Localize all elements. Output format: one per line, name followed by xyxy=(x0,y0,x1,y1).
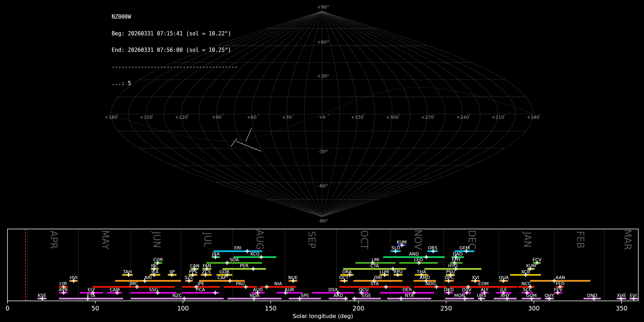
shower-label-PCA: PCA xyxy=(196,287,205,292)
shower-bar-AUR xyxy=(277,292,302,294)
shower-bar-SPE xyxy=(289,298,321,299)
shower-bar-PAU xyxy=(224,286,257,288)
shower-label-STA: STA xyxy=(371,281,379,286)
peak-marker-PCA xyxy=(213,291,217,295)
shower-label-DSX: DSX xyxy=(328,287,338,292)
shower-label-CAM: CAM xyxy=(110,287,120,292)
shower-label-GEM: GEM xyxy=(459,245,469,250)
shower-label-DPC: DPC xyxy=(445,275,454,280)
shower-label-ARI: ARI xyxy=(144,275,152,280)
shower-bar-CAM xyxy=(107,292,122,294)
shower-bar-DSX xyxy=(312,292,354,294)
shower-label-EHY: EHY xyxy=(452,257,461,262)
shower-label-AUR: AUR xyxy=(285,287,294,292)
shower-label-PAU: PAU xyxy=(236,281,245,286)
month-label: AUG xyxy=(254,230,265,250)
shower-label-ELY: ELY xyxy=(88,287,95,292)
shower-label-ARD: ARD xyxy=(333,293,343,298)
month-label: APR xyxy=(48,230,59,249)
month-label: JUN xyxy=(151,231,162,248)
shower-label-NDA: NDA xyxy=(250,293,260,298)
app-window: NZ000W Beg: 20260331 07:15:41 (sol = 10.… xyxy=(0,0,644,322)
month-label: OCT xyxy=(359,230,370,250)
peak-marker-EGE xyxy=(353,297,357,301)
tick-label: 200 xyxy=(353,305,364,312)
shower-label-SPE: SPE xyxy=(301,293,309,298)
shower-label-OCT: OCT xyxy=(339,275,349,280)
shower-label-DNO: DNO xyxy=(587,293,597,298)
shower-label-CTA: CTA xyxy=(370,263,379,268)
shower-bar-ETA xyxy=(59,298,123,299)
shower-bar-STA xyxy=(339,286,410,288)
shower-label-MON: MON xyxy=(454,293,465,298)
tick-label: 50 xyxy=(91,305,99,312)
tick-label: 300 xyxy=(528,305,540,312)
peak-marker-KCG xyxy=(259,255,263,259)
shower-label-ORI: ORI xyxy=(374,275,382,280)
month-label: SEP xyxy=(306,231,317,249)
peak-marker-NIA xyxy=(265,285,269,289)
activity-timeline-chart: APRMAYJUNJULAUGSEPOCTNOVDECJANFEBMARERIS… xyxy=(0,0,644,322)
shower-label-OCU: OCU xyxy=(358,287,369,292)
shower-bar-MON xyxy=(445,298,474,299)
shower-label-CAP: CAP xyxy=(218,275,226,280)
shower-label-ORS: ORS xyxy=(428,245,438,250)
shower-label-AMO: AMO xyxy=(420,275,430,280)
shower-label-SSG: SSG xyxy=(149,287,158,292)
shower-label-ERI: ERI xyxy=(234,245,241,250)
shower-label-JPE: JPE xyxy=(197,281,204,286)
shower-bar-NZC xyxy=(131,298,224,299)
shower-bar-NTA xyxy=(387,298,431,299)
month-label: JAN xyxy=(522,231,533,248)
tick-label: 150 xyxy=(265,305,276,312)
month-label: FEB xyxy=(575,231,586,248)
peak-marker-CAP xyxy=(228,279,232,283)
shower-label-GDR: GDR xyxy=(219,269,229,274)
shower-label-DAD: DAD xyxy=(453,251,463,257)
month-label: JUL xyxy=(202,231,213,247)
shower-label-AHY: AHY xyxy=(501,293,510,298)
shower-label-COM: COM xyxy=(478,281,489,286)
month-label: NOV xyxy=(413,229,423,250)
shower-bar-SSG xyxy=(131,292,176,294)
shower-bar-KCG xyxy=(234,256,276,258)
tick-label: 250 xyxy=(440,305,452,312)
shower-label-NIA: NIA xyxy=(274,281,282,286)
shower-label-DRA: DRA xyxy=(342,269,352,274)
shower-bar-SDA xyxy=(206,262,262,264)
shower-bar-ARI xyxy=(115,280,181,282)
peak-marker-ERI xyxy=(245,249,249,253)
peak-marker-AND xyxy=(424,255,428,259)
shower-label-URS: URS xyxy=(477,293,486,298)
shower-label-XUM: XUM xyxy=(526,263,536,268)
peak-marker-PER xyxy=(251,267,255,271)
tick-label: 0 xyxy=(6,305,10,312)
tick-label: 350 xyxy=(616,305,627,312)
shower-label-NZC: NZC xyxy=(172,293,182,298)
peak-marker-STA xyxy=(384,285,388,289)
axis-title: Solar longitude (deg) xyxy=(293,313,353,319)
shower-label-PER: PER xyxy=(240,263,248,268)
peak-marker-ARD xyxy=(344,297,348,301)
peak-marker-SDA xyxy=(225,261,229,265)
shower-label-IRC: IRC xyxy=(151,263,158,268)
peak-marker-NZC xyxy=(182,297,186,301)
shower-label-AND: AND xyxy=(409,251,419,257)
shower-bar-NOO xyxy=(414,286,447,288)
shower-bar-JMC xyxy=(93,286,175,288)
shower-label-AAN: AAN xyxy=(556,275,565,280)
shower-label-KCG: KCG xyxy=(250,251,260,257)
shower-label-LEO: LEO xyxy=(414,257,423,262)
tick-label: 100 xyxy=(177,305,189,312)
shower-label-EGE: EGE xyxy=(362,293,371,298)
shower-label-NTA: NTA xyxy=(405,293,414,298)
shower-label-NOO: NOO xyxy=(425,281,436,286)
shower-label-NCC: NCC xyxy=(521,281,531,286)
peak-marker-NTA xyxy=(399,297,403,301)
shower-label-JEA: JEA xyxy=(151,269,159,274)
month-label: MAR xyxy=(622,229,633,250)
shower-label-SCC: SCC xyxy=(523,287,532,292)
month-label: MAY xyxy=(100,230,111,249)
shower-label-OER: OER xyxy=(402,287,412,292)
shower-label-ZCS: ZCS xyxy=(202,269,211,274)
